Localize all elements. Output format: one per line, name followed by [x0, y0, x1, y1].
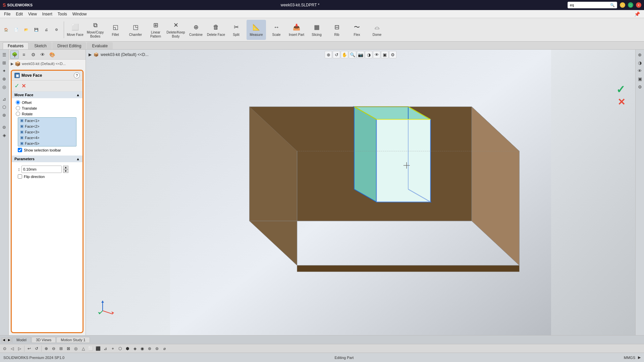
spin-up-button[interactable]: ▲ [63, 166, 68, 169]
mf-cancel-button[interactable]: ✕ [21, 83, 26, 89]
radio-translate[interactable] [16, 106, 20, 110]
bt-13[interactable]: ⬛ [95, 345, 101, 352]
menu-window[interactable]: Window [70, 11, 90, 17]
right-icon-4[interactable]: ▣ [636, 75, 644, 82]
right-icon-2[interactable]: ◑ [636, 59, 644, 66]
fp-tab-appearance[interactable]: 🎨 [48, 50, 56, 59]
tool-delete-keep-body[interactable]: ✕ Delete/Keep Body [166, 20, 185, 40]
view-tab-nav-prev[interactable]: ◀ [1, 338, 6, 342]
right-icon-3[interactable]: 👁 [636, 67, 644, 74]
maximize-button[interactable]: □ [628, 2, 633, 8]
bt-21[interactable]: ⊜ [154, 345, 160, 352]
fp-tab-tree[interactable]: 🌳 [10, 50, 19, 59]
right-icon-5[interactable]: ⚙ [636, 83, 644, 90]
vp-cancel-button[interactable]: ✕ [618, 97, 625, 108]
bt-17[interactable]: ⬢ [124, 345, 131, 352]
left-icon-9[interactable]: ⊜ [1, 123, 8, 131]
search-input[interactable] [570, 3, 610, 7]
tool-dome[interactable]: ⌓ Dome [367, 20, 387, 40]
left-icon-4[interactable]: ⊕ [1, 75, 8, 82]
bt-10[interactable]: ◎ [72, 345, 79, 352]
vp-pan-tool[interactable]: ✋ [341, 51, 348, 58]
minimize-button[interactable]: − [620, 2, 625, 8]
bt-18[interactable]: ◈ [131, 345, 138, 352]
radio-rotate[interactable] [16, 112, 20, 116]
left-icon-3[interactable]: ✦ [1, 67, 8, 74]
tool-insert-part[interactable]: 📥 Insert Part [287, 20, 306, 40]
left-icon-2[interactable]: ⊞ [1, 59, 8, 66]
tool-chamfer[interactable]: ◳ Chamfer [126, 20, 145, 40]
left-icon-8[interactable]: ⊛ [1, 111, 8, 119]
tool-measure[interactable]: 📐 Measure [247, 20, 266, 40]
left-icon-1[interactable]: ☰ [1, 51, 8, 58]
left-icon-5[interactable]: ◎ [1, 83, 8, 90]
left-icon-7[interactable]: ⬡ [1, 103, 8, 111]
face-list-item[interactable]: ▣ Face<4> [18, 135, 76, 140]
bt-15[interactable]: ⌖ [109, 345, 116, 352]
face-list-item[interactable]: ▣ Face<2> [18, 123, 76, 129]
left-icon-6[interactable]: ⊿ [1, 95, 8, 103]
toolbar-new[interactable]: 📄 [11, 25, 21, 35]
vp-select-tool[interactable]: ⊕ [325, 51, 332, 58]
bt-16[interactable]: ⬡ [117, 345, 123, 352]
tool-move-copy-bodies[interactable]: ⧉ Move/Copy Bodies [86, 20, 105, 40]
face-list-item[interactable]: ▣ Face<5> [18, 140, 76, 146]
toolbar-save[interactable]: 💾 [32, 25, 41, 35]
toolbar-print[interactable]: 🖨 [42, 25, 51, 35]
left-icon-10[interactable]: ◈ [1, 131, 8, 139]
tab-evaluate[interactable]: Evaluate [87, 42, 113, 49]
face-list-item[interactable]: ▣ Face<3> [18, 129, 76, 135]
mf-params-section-header[interactable]: Parameters ▲ [12, 156, 83, 162]
toolbar-home[interactable]: 🏠 [1, 25, 11, 35]
tool-move-face[interactable]: ⬜ Move Face [65, 20, 85, 40]
view-tab-model[interactable]: Model [12, 337, 31, 343]
bt-14[interactable]: ⊿ [102, 345, 109, 352]
bt-6[interactable]: ⊕ [43, 345, 50, 352]
vp-ok-button[interactable]: ✓ [616, 83, 625, 96]
tool-rib[interactable]: ⊟ Rib [327, 20, 346, 40]
mf-help-button[interactable]: ? [74, 72, 80, 78]
bt-19[interactable]: ◉ [139, 345, 146, 352]
fp-tab-display[interactable]: 👁 [38, 50, 47, 59]
face-list-item[interactable]: ▣ Face<1> [18, 118, 76, 123]
tool-scale[interactable]: ↔ Scale [267, 20, 286, 40]
bt-2[interactable]: ◁ [9, 345, 15, 352]
tool-slicing[interactable]: ▦ Slicing [307, 20, 326, 40]
bt-8[interactable]: ⊞ [58, 345, 64, 352]
tool-fillet[interactable]: ◱ Fillet [106, 20, 125, 40]
menu-insert[interactable]: Insert [40, 11, 55, 17]
flip-direction-checkbox[interactable] [18, 174, 22, 179]
menu-tools[interactable]: Tools [55, 11, 70, 17]
fp-tab-config[interactable]: ⚙ [29, 50, 38, 59]
menu-file[interactable]: File [1, 11, 13, 17]
bt-11[interactable]: △ [80, 345, 87, 352]
search-box[interactable]: 🔍 [568, 2, 617, 8]
right-icon-1[interactable]: ⊕ [636, 51, 644, 58]
mf-move-face-section-header[interactable]: Move Face ▲ [12, 92, 83, 98]
vp-view-orient[interactable]: 📷 [357, 51, 364, 58]
bt-9[interactable]: ⊠ [65, 345, 72, 352]
view-tab-nav-next[interactable]: ▶ [7, 338, 11, 342]
bt-22[interactable]: ⌀ [161, 345, 168, 352]
toolbar-settings[interactable]: ⚙ [52, 25, 61, 35]
vp-section-view[interactable]: ▣ [381, 51, 388, 58]
bt-4[interactable]: ↩ [26, 345, 33, 352]
bt-5[interactable]: ↺ [33, 345, 40, 352]
spin-down-button[interactable]: ▼ [63, 169, 68, 173]
mf-ok-button[interactable]: ✓ [14, 82, 19, 89]
vp-view-settings[interactable]: ⚙ [389, 51, 396, 58]
tool-split[interactable]: ✂ Split [226, 20, 246, 40]
vp-hide-show[interactable]: 👁 [373, 51, 380, 58]
vp-rotate-tool[interactable]: ↺ [333, 51, 340, 58]
view-tab-motion-study[interactable]: Motion Study 1 [56, 337, 90, 343]
radio-offset[interactable] [16, 100, 20, 105]
show-selection-toolbar-checkbox[interactable] [18, 148, 22, 152]
tab-features[interactable]: Features [3, 42, 29, 49]
view-tab-3d-views[interactable]: 3D Views [32, 337, 56, 343]
tool-flex[interactable]: 〜 Flex [347, 20, 367, 40]
vp-display-style[interactable]: ◑ [365, 51, 372, 58]
tool-linear-pattern[interactable]: ⊞ Linear Pattern [146, 20, 165, 40]
bt-1[interactable]: ⊙ [1, 345, 8, 352]
close-button[interactable]: × [636, 2, 641, 8]
menu-view[interactable]: View [25, 11, 40, 17]
